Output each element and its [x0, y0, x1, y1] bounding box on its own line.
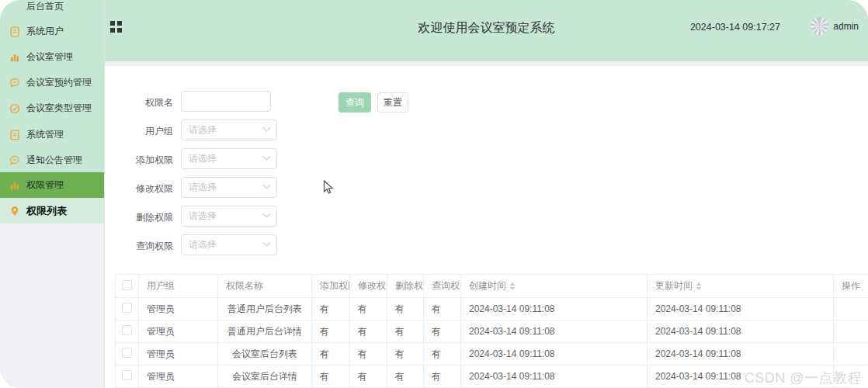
sidebar-item-permission-mgmt[interactable]: 权限管理 [0, 172, 104, 198]
sidebar: 后台首页 系统用户 会议室管理 会议室预约管理 [0, 0, 105, 388]
sidebar-item-label: 权限列表 [26, 204, 67, 218]
user-group-label: 用户组 [111, 125, 173, 138]
select-placeholder: 请选择 [189, 238, 217, 251]
row-actions-cell [834, 298, 868, 320]
modify-permission-label: 修改权限 [111, 182, 173, 196]
user-group-select[interactable]: 请选择 [181, 120, 277, 140]
sidebar-item-reservation-mgmt[interactable]: 会议室预约管理 [0, 70, 104, 95]
add-permission-select[interactable]: 请选择 [181, 148, 277, 169]
permission-name-label: 权限名 [111, 96, 173, 109]
add-permission-label: 添加权限 [111, 154, 173, 167]
table-row: 管理员 会议室后台列表 有 有 有 有 2024-03-14 09:11:08 … [116, 343, 868, 365]
app-container: 后台首页 系统用户 会议室管理 会议室预约管理 [0, 0, 868, 388]
document-icon [9, 26, 20, 37]
header-timestamp: 2024-03-14 09:17:27 [690, 22, 780, 33]
col-actions: 操作 [834, 275, 868, 298]
chevron-down-icon [263, 124, 271, 132]
sidebar-item-permission-list[interactable]: 权限列表 [0, 198, 104, 223]
search-button[interactable]: 查询 [339, 92, 371, 113]
main-content: 权限名 查询 重置 用户组 请选择 添加权限 请选择 修改权限 请选择 删除权限… [105, 66, 868, 388]
user-menu[interactable]: admin [811, 17, 859, 35]
col-updated[interactable]: 更新时间 [648, 275, 834, 298]
sidebar-item-system-users[interactable]: 系统用户 [0, 19, 104, 44]
comment-icon [9, 78, 20, 88]
sidebar-item-meeting-room-mgmt[interactable]: 会议室管理 [0, 44, 104, 70]
watermark-text: CSDN @一点教程 [745, 369, 862, 387]
delete-permission-label: 删除权限 [111, 211, 173, 224]
sidebar-item-label: 通知公告管理 [26, 154, 82, 167]
sidebar-item-label: 后台首页 [26, 0, 64, 13]
col-user-group: 用户组 [139, 275, 218, 298]
location-pin-icon [9, 206, 20, 217]
sidebar-item-label: 会议室管理 [26, 50, 73, 64]
check-circle-icon [9, 103, 20, 114]
row-checkbox[interactable] [122, 370, 132, 380]
sort-icon[interactable] [696, 282, 701, 290]
col-query: 查询权限 [424, 275, 461, 298]
reset-button[interactable]: 重置 [377, 92, 408, 113]
username-label: admin [833, 21, 859, 32]
sidebar-item-label: 会议室类型管理 [26, 102, 92, 115]
modify-permission-select[interactable]: 请选择 [181, 177, 277, 198]
row-checkbox[interactable] [122, 325, 132, 335]
select-placeholder: 请选择 [189, 210, 217, 223]
select-placeholder: 请选择 [189, 181, 217, 194]
row-actions-cell [834, 343, 868, 365]
col-modify: 修改权限 [350, 275, 387, 298]
sidebar-item-label: 系统用户 [26, 25, 64, 38]
delete-permission-select[interactable]: 请选择 [181, 206, 277, 227]
comment-icon [9, 155, 20, 166]
select-placeholder: 请选择 [189, 123, 217, 137]
sidebar-item-label: 权限管理 [26, 178, 64, 192]
chevron-down-icon [263, 239, 271, 247]
avatar [811, 17, 828, 35]
col-created[interactable]: 创建时间 [461, 275, 648, 298]
table-row: 管理员 普通用户后台详情 有 有 有 有 2024-03-14 09:11:08… [116, 320, 868, 343]
sidebar-menu: 后台首页 系统用户 会议室管理 会议室预约管理 [0, 0, 104, 223]
query-permission-label: 查询权限 [111, 240, 173, 253]
sidebar-item-home[interactable]: 后台首页 [0, 0, 104, 19]
row-actions-cell [834, 320, 868, 343]
col-add: 添加权限 [312, 275, 350, 298]
table-row: 管理员 普通用户后台列表 有 有 有 有 2024-03-14 09:11:08… [116, 298, 868, 320]
sidebar-item-room-type-mgmt[interactable]: 会议室类型管理 [0, 95, 104, 121]
row-checkbox[interactable] [122, 303, 132, 313]
select-all-checkbox[interactable] [122, 280, 132, 290]
document-icon [9, 130, 20, 140]
bar-chart-icon [9, 180, 20, 191]
select-placeholder: 请选择 [189, 152, 217, 165]
sidebar-item-label: 系统管理 [26, 128, 64, 141]
query-permission-select[interactable]: 请选择 [181, 234, 277, 255]
sidebar-item-label: 会议室预约管理 [26, 76, 92, 89]
table-header-row: 用户组 权限名称 添加权限 修改权限 删除权限 查询权限 创建时间 更新时间 操… [116, 275, 868, 298]
spacer [9, 2, 20, 12]
chevron-down-icon [263, 153, 271, 161]
sort-icon[interactable] [510, 282, 515, 290]
header-bar: 欢迎使用会议室预定系统 2024-03-14 09:17:27 admin [105, 0, 868, 61]
col-permission-name: 权限名称 [218, 275, 312, 298]
chevron-down-icon [263, 210, 271, 218]
row-checkbox[interactable] [122, 348, 132, 358]
col-delete: 删除权限 [387, 275, 424, 298]
sidebar-item-notice-mgmt[interactable]: 通知公告管理 [0, 147, 104, 173]
permission-name-input[interactable] [181, 91, 271, 112]
chevron-down-icon [263, 182, 271, 189]
bar-chart-icon [9, 52, 20, 63]
sidebar-item-system-mgmt[interactable]: 系统管理 [0, 122, 104, 147]
